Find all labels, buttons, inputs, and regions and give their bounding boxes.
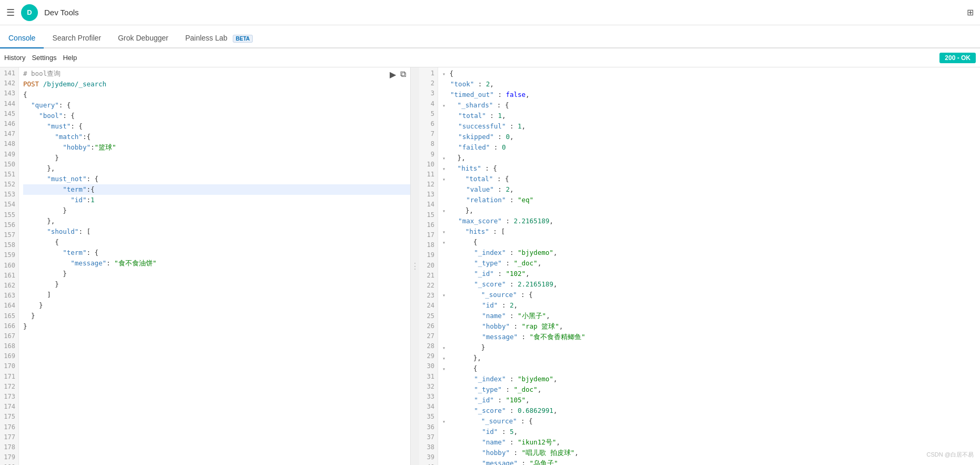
code-line: "should": [ xyxy=(23,226,410,237)
resp-code-line: "_type" : "_doc", xyxy=(442,384,980,395)
resp-code-line: ▾ { xyxy=(442,68,980,79)
code-line: { xyxy=(23,237,410,248)
code-line: "must_not": { xyxy=(23,174,410,184)
code-lines[interactable]: # bool查询 POST /bjydemo/_search { "query"… xyxy=(19,67,410,465)
resp-code-line: "_index" : "bjydemo", xyxy=(442,374,980,384)
resp-code-line: ▾ "_shards" : { xyxy=(442,100,980,111)
code-line: "must": { xyxy=(23,121,410,132)
resp-code-line: ▾ { xyxy=(442,237,980,248)
resp-code-line: ▾ "hits" : [ xyxy=(442,226,980,237)
resp-code-line: "_id" : "105", xyxy=(442,395,980,405)
top-bar-right: ⊞ xyxy=(965,5,976,19)
code-line: } xyxy=(23,311,410,321)
line-numbers: 141142143144145 146147148149150 15115215… xyxy=(0,67,19,465)
code-line: }, xyxy=(23,163,410,174)
top-bar: ☰ D Dev Tools ⊞ xyxy=(0,0,980,25)
code-line: } xyxy=(23,279,410,290)
settings-button[interactable]: Settings xyxy=(32,54,56,62)
resp-code-line: "failed" : 0 xyxy=(442,142,980,153)
code-line: { xyxy=(23,90,410,100)
copy-icon[interactable]: ⧉ xyxy=(400,70,406,80)
resp-code-line: ▾ "hits" : { xyxy=(442,163,980,174)
resp-code-line: "name" : "ikun12号", xyxy=(442,437,980,448)
resp-code-line: "_index" : "bjydemo", xyxy=(442,248,980,258)
code-line: } xyxy=(23,300,410,311)
app-logo: D xyxy=(21,4,38,21)
secondary-bar: History Settings Help 200 - OK xyxy=(0,48,980,67)
resp-code-line: "took" : 2, xyxy=(442,79,980,90)
resp-code-line: "_id" : "102", xyxy=(442,269,980,279)
resp-code-line: "_score" : 0.6862991, xyxy=(442,405,980,416)
code-line: # bool查询 xyxy=(23,68,410,79)
window-controls-icon[interactable]: ⊞ xyxy=(965,5,976,19)
run-icon[interactable]: ▶ xyxy=(390,70,396,80)
resp-code-lines: ▾ { "took" : 2, "timed_out" : false, ▾ "… xyxy=(438,67,980,465)
code-line: "bool": { xyxy=(23,111,410,121)
editor-actions: ▶ ⧉ xyxy=(390,70,406,80)
resp-code-line: "skipped" : 0, xyxy=(442,132,980,142)
resp-code-area: 12345 678910 1112131415 1617181920 21222… xyxy=(419,67,980,465)
code-line: } xyxy=(23,269,410,279)
code-area[interactable]: 141142143144145 146147148149150 15115215… xyxy=(0,67,410,465)
app-title: Dev Tools xyxy=(44,8,79,17)
resp-code-line: "name" : "小黑子", xyxy=(442,311,980,321)
resp-code-line: ▾ }, xyxy=(442,353,980,363)
resp-code-line: "id" : 2, xyxy=(442,300,980,311)
resp-line-numbers: 12345 678910 1112131415 1617181920 21222… xyxy=(419,67,438,465)
code-line: ] xyxy=(23,290,410,300)
resp-code-line: "_type" : "_doc", xyxy=(442,258,980,269)
resp-code-line: ▾ "_source" : { xyxy=(442,416,980,427)
tab-painless-lab[interactable]: Painless Lab BETA xyxy=(177,28,262,48)
hamburger-icon[interactable]: ☰ xyxy=(4,5,17,21)
panel-resizer[interactable]: ⋮ xyxy=(411,67,419,465)
resp-code-line: ▾ "total" : { xyxy=(442,174,980,184)
code-line: } xyxy=(23,205,410,216)
nav-tabs: Console Search Profiler Grok Debugger Pa… xyxy=(0,25,980,48)
tab-search-profiler[interactable]: Search Profiler xyxy=(44,28,110,48)
response-content[interactable]: 12345 678910 1112131415 1617181920 21222… xyxy=(419,67,980,465)
tab-console[interactable]: Console xyxy=(0,28,44,48)
beta-badge: BETA xyxy=(233,35,253,43)
resp-code-line: ▾ }, xyxy=(442,153,980,163)
code-line: "message": "食不食油饼" xyxy=(23,258,410,269)
code-line: "match":{ xyxy=(23,132,410,142)
resp-code-line: "_score" : 2.2165189, xyxy=(442,279,980,290)
history-button[interactable]: History xyxy=(4,54,25,62)
tab-grok-debugger[interactable]: Grok Debugger xyxy=(110,28,177,48)
resp-code-line: ▾ "_source" : { xyxy=(442,290,980,300)
resp-code-line: ▾ { xyxy=(442,363,980,374)
response-panel: 12345 678910 1112131415 1617181920 21222… xyxy=(419,67,980,465)
code-line: } xyxy=(23,321,410,332)
help-button[interactable]: Help xyxy=(63,54,77,62)
resp-code-line: "total" : 1, xyxy=(442,111,980,121)
code-line: POST /bjydemo/_search xyxy=(23,79,410,90)
editor-panel: ▶ ⧉ 141142143144145 146147148149150 1511… xyxy=(0,67,411,465)
resp-code-line: "timed_out" : false, xyxy=(442,90,980,100)
code-line: } xyxy=(23,153,410,163)
status-badge: 200 - OK xyxy=(939,53,976,63)
resp-code-line: ▾ }, xyxy=(442,205,980,216)
resp-code-line: "value" : 2, xyxy=(442,184,980,195)
editor-content[interactable]: ▶ ⧉ 141142143144145 146147148149150 1511… xyxy=(0,67,410,465)
resp-code-line: "relation" : "eq" xyxy=(442,195,980,205)
resp-code-line: "successful" : 1, xyxy=(442,121,980,132)
code-line: "term": { xyxy=(23,248,410,258)
code-line: "query": { xyxy=(23,100,410,111)
code-line: "hobby":"篮球" xyxy=(23,142,410,153)
resp-code-line: "id" : 5, xyxy=(442,427,980,437)
resp-code-line: "hobby" : "rap 篮球", xyxy=(442,321,980,332)
resp-code-line: "message" : "乌鱼子" xyxy=(442,458,980,465)
code-line: "term":{ xyxy=(23,184,410,195)
resp-code-line: "max_score" : 2.2165189, xyxy=(442,216,980,226)
resp-code-line: ▾ } xyxy=(442,342,980,353)
resp-code-line: "message" : "食不食香精鲫鱼" xyxy=(442,332,980,342)
resp-code-line: "hobby" : "唱儿歌 拍皮球", xyxy=(442,448,980,458)
code-line: "id":1 xyxy=(23,195,410,205)
code-line: }, xyxy=(23,216,410,226)
main-content: ▶ ⧉ 141142143144145 146147148149150 1511… xyxy=(0,67,980,465)
